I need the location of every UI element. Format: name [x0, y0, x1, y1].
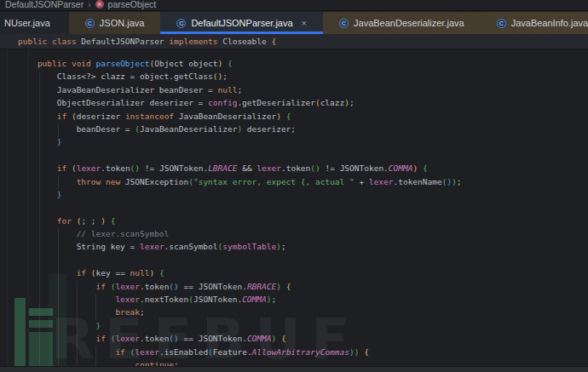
code-token: if	[77, 268, 91, 278]
code-token: config	[208, 98, 237, 107]
code-token: ()	[310, 163, 320, 173]
code-token: null	[130, 268, 150, 278]
code-token: lexer	[115, 295, 140, 304]
code-token: RBRACE	[247, 282, 276, 291]
code-token: // lexer.scanSymbol	[18, 229, 169, 238]
code-token: lexer	[257, 163, 281, 173]
code-token	[18, 307, 115, 317]
code-token: COMMA	[242, 295, 267, 304]
code-token: lexer	[77, 163, 101, 173]
code-token: ;	[271, 295, 276, 304]
code-lines[interactable]: public void parseObject(Object object) {…	[0, 49, 588, 371]
code-token: {	[423, 163, 428, 173]
code-token: JavaBeanDeserializer	[174, 112, 276, 121]
code-token: clazz	[320, 98, 345, 107]
code-token: COMMA	[247, 334, 272, 343]
code-token: .token	[101, 163, 130, 173]
code-token: ;	[222, 72, 228, 81]
breadcrumb: DefaultJSONParser › m parseObject	[0, 0, 588, 11]
code-token: .nextToken	[140, 295, 188, 304]
code-token: .token	[140, 334, 169, 343]
code-token: .getDeserializer	[237, 98, 315, 107]
code-token: == JSONToken.	[179, 334, 247, 343]
code-token: .token	[281, 163, 310, 173]
code-line: if (deserizer instanceof JavaBeanDeseria…	[18, 110, 588, 123]
code-line: ObjectDeserializer deserizer = config.ge…	[18, 96, 588, 109]
code-line: Class<?> clazz = object.getClass();	[18, 70, 588, 83]
code-token: public class	[18, 37, 81, 46]
code-token: {	[281, 334, 286, 343]
sticky-class-header: public class DefaultJSONParser implement…	[0, 34, 588, 49]
code-token: ()	[169, 334, 178, 343]
code-token	[18, 177, 77, 186]
code-token: Closeable	[222, 37, 271, 46]
editor[interactable]: public class DefaultJSONParser implement…	[0, 34, 588, 372]
tab-javabeaninfo-java[interactable]: CJavaBeanInfo.java	[481, 12, 588, 34]
code-token: ; ;	[81, 216, 101, 226]
code-token: }	[96, 321, 101, 330]
code-token: {	[286, 282, 291, 291]
code-token: ;	[237, 85, 242, 94]
code-token: }	[57, 137, 62, 146]
code-token: break	[115, 307, 140, 317]
tab-javabeandeserializer-java[interactable]: CJavaBeanDeserializer.java	[323, 12, 481, 34]
code-token: .scanSymbol	[164, 242, 218, 251]
code-line	[18, 149, 588, 162]
code-token: ;	[349, 98, 355, 107]
code-token: for	[57, 216, 77, 226]
close-icon[interactable]: ×	[302, 18, 307, 28]
code-line: String key = lexer.scanSymbol(symbolTabl…	[18, 240, 588, 253]
code-token: String key =	[18, 242, 140, 251]
tab-label: NUser.java	[4, 18, 50, 28]
code-token: deserizer;	[242, 124, 296, 134]
code-token: +	[355, 177, 369, 186]
code-token: key ==	[96, 268, 130, 278]
code-token: == JSONToken.	[179, 282, 247, 291]
breadcrumb-class[interactable]: DefaultJSONParser	[5, 0, 84, 9]
code-line: }	[18, 319, 588, 332]
class-icon: C	[339, 19, 349, 28]
code-token: lexer	[115, 334, 140, 343]
code-token: if	[57, 112, 72, 121]
tab-bar: NUser.javaCJSON.javaCDefaultJSONParser.j…	[0, 12, 588, 34]
code-token: ()	[213, 72, 222, 81]
code-token: JavaBeanDeserializer	[140, 124, 237, 134]
code-line: }	[18, 188, 588, 201]
code-token	[18, 163, 57, 173]
code-token: ()	[442, 177, 452, 186]
code-line: if (lexer.token() == JSONToken.COMMA) {	[18, 332, 588, 345]
tab-nuser-java[interactable]: NUser.java	[0, 12, 69, 34]
code-token: if	[115, 347, 130, 357]
code-line: for (; ; ) {	[18, 215, 588, 227]
code-token: LBRACE	[208, 163, 237, 173]
code-token: COMMA	[389, 163, 413, 173]
method-icon: m	[95, 0, 104, 9]
code-line	[18, 201, 588, 214]
code-token: DefaultJSONParser	[81, 37, 169, 46]
code-token: beanDeser =	[18, 124, 135, 134]
code-token: ;	[140, 307, 145, 317]
code-token	[18, 268, 77, 278]
code-line: if (lexer.token() == JSONToken.RBRACE) {	[18, 280, 588, 293]
breadcrumb-method[interactable]: parseObject	[108, 0, 157, 9]
code-token: }	[57, 190, 62, 199]
code-token: ;	[457, 177, 462, 186]
code-token	[18, 190, 57, 199]
code-line	[18, 254, 588, 266]
code-token: symbolTable	[222, 242, 276, 251]
code-token: ()	[169, 282, 178, 291]
code-token: {	[111, 216, 116, 226]
code-token: "syntax error, expect {, actual "	[193, 177, 355, 186]
code-token: if	[57, 163, 72, 173]
tab-defaultjsonparser-java[interactable]: CDefaultJSONParser.java×	[160, 12, 323, 34]
code-token: lexer	[369, 177, 394, 186]
code-token: {	[159, 268, 164, 278]
code-line: }	[18, 135, 588, 148]
tab-json-java[interactable]: CJSON.java	[69, 12, 161, 34]
code-token	[18, 216, 57, 226]
tab-label: JSON.java	[100, 18, 145, 28]
code-token: lexer	[135, 347, 159, 357]
tab-label: DefaultJSONParser.java	[191, 18, 292, 28]
class-icon: C	[497, 19, 506, 28]
code-token: Feature.	[213, 347, 252, 357]
